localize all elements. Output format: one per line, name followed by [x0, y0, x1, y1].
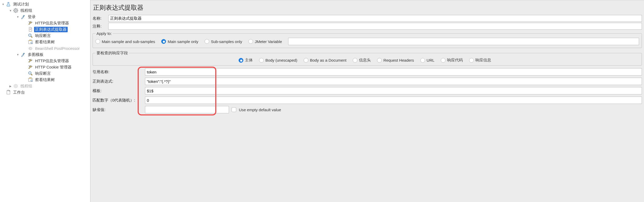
tree-toggle[interactable]: ▼ [16, 53, 20, 56]
radio-label: 响应信息 [475, 58, 491, 63]
main-panel: 正则表达式提取器 名称: 注释: Apply to: Main sample a… [90, 0, 644, 202]
svg-rect-0 [8, 2, 9, 2]
page-title: 正则表达式提取器 [93, 2, 642, 15]
tree-label: 察看结果树 [34, 77, 56, 83]
ref-name-row: 引用名称: [93, 68, 642, 76]
match-no-input[interactable] [145, 97, 642, 104]
svg-point-28 [15, 86, 17, 87]
apply-to-group: Apply to: Main sample and sub-samples Ma… [93, 31, 642, 48]
tree-node-http-header-mgr[interactable]: HTTP信息头管理器 [1, 20, 90, 26]
flask-icon [6, 2, 11, 7]
radio-body-doc[interactable]: Body as a Document [304, 58, 346, 63]
match-no-row: 匹配数字（0代表随机）: [93, 97, 642, 104]
radio-label: URL [427, 58, 434, 62]
svg-line-15 [31, 36, 32, 38]
tree-toggle[interactable]: ▼ [1, 3, 5, 6]
radio-jmeter-variable[interactable]: JMeter Variable [248, 39, 282, 44]
svg-point-22 [29, 72, 31, 74]
gear-disabled-icon [13, 83, 18, 89]
tree-node-http-header-mgr-2[interactable]: HTTP信息头管理器 [1, 58, 90, 64]
radio-icon [420, 58, 425, 63]
tree-node-multi-template[interactable]: ▼ 多图模板 [1, 51, 90, 58]
radio-icon [95, 39, 100, 44]
tree-node-thread-group[interactable]: ▼ 线程组 [1, 7, 90, 14]
tree-label: HTTP信息头管理器 [34, 58, 70, 64]
svg-line-7 [14, 9, 15, 9]
wrench-icon [28, 65, 33, 70]
tree-node-view-results-tree-2[interactable]: 察看结果树 [1, 77, 90, 83]
radio-request-headers[interactable]: Request Headers [377, 58, 414, 63]
radio-icon [248, 39, 253, 44]
tree-node-http-cookie-mgr[interactable]: HTTP Cookie 管理器 [1, 64, 90, 70]
field-to-check-group: 要检查的响应字段 主体 Body (unescaped) Body as a D… [93, 51, 642, 66]
template-input[interactable] [145, 87, 642, 94]
tree-node-view-results-tree[interactable]: 察看结果树 [1, 39, 90, 45]
svg-point-20 [29, 48, 30, 49]
svg-point-2 [15, 10, 17, 11]
radio-icon [161, 39, 166, 44]
radio-label: Request Headers [383, 58, 414, 62]
radio-body[interactable]: 主体 [239, 58, 253, 63]
use-empty-label: Use empty default value [239, 108, 281, 112]
svg-rect-11 [23, 15, 24, 17]
radio-response-code[interactable]: 响应代码 [441, 58, 463, 63]
radio-icon [304, 58, 308, 63]
template-row: 模板: [93, 87, 642, 94]
tree-label: 察看结果树 [34, 39, 56, 45]
tree-node-login[interactable]: ▼ 登录 [1, 14, 90, 20]
tree-node-workbench[interactable]: 工作台 [1, 89, 90, 95]
default-value-row: 缺省值: Use empty default value [93, 106, 642, 113]
svg-rect-30 [8, 90, 9, 91]
radio-label: Body (unescaped) [265, 58, 297, 62]
template-label: 模板: [93, 88, 142, 93]
radio-label: Sub-samples only [211, 39, 242, 44]
radio-headers[interactable]: 信息头 [353, 58, 371, 63]
svg-point-14 [29, 34, 31, 36]
tree-node-test-plan[interactable]: ▼ 测试计划 [1, 1, 90, 7]
radio-main-and-sub[interactable]: Main sample and sub-samples [95, 39, 155, 44]
tree-node-response-assertion-2[interactable]: 响应断言 [1, 70, 90, 77]
radio-response-msg[interactable]: 响应信息 [469, 58, 491, 63]
clipboard-icon [6, 90, 11, 95]
comment-input[interactable] [108, 23, 642, 30]
regex-label: 正则表达式: [93, 79, 142, 84]
regex-input[interactable] [145, 78, 642, 85]
name-input[interactable] [108, 15, 642, 22]
tree-panel: ▼ 测试计划 ▼ 线程组 ▼ 登录 HTTP信息头管理器 正则表达式提取器 [0, 0, 90, 202]
tree-node-response-assertion[interactable]: 响应断言 [1, 33, 90, 39]
wrench-icon [28, 20, 33, 26]
tree-node-beanshell-pp[interactable]: BeanShell PostProcessor [1, 45, 90, 51]
comment-label: 注释: [93, 24, 106, 29]
tree-label: HTTP Cookie 管理器 [34, 65, 73, 70]
svg-rect-21 [23, 53, 24, 55]
tree-node-regex-extractor[interactable]: 正则表达式提取器 [1, 26, 90, 33]
tree-label: HTTP信息头管理器 [34, 20, 70, 26]
radio-sub-only[interactable]: Sub-samples only [205, 39, 242, 44]
tree-toggle[interactable]: ▶ [8, 85, 13, 88]
default-value-input[interactable] [145, 106, 229, 113]
radio-label: Main sample only [168, 39, 198, 44]
tree-label: 登录 [27, 14, 37, 20]
svg-point-19 [29, 47, 32, 50]
radio-label: 响应代码 [447, 58, 463, 63]
tree-toggle[interactable]: ▼ [16, 15, 20, 18]
radio-label: Body as a Document [310, 58, 346, 62]
match-no-label: 匹配数字（0代表随机）: [93, 98, 142, 103]
tree-node-thread-group-2[interactable]: ▶ 线程组 [1, 83, 90, 89]
radio-main-only[interactable]: Main sample only [161, 39, 198, 44]
radio-icon [441, 58, 446, 63]
jmeter-variable-input[interactable] [288, 38, 639, 45]
regex-row: 正则表达式: [93, 78, 642, 85]
tree-label: 响应断言 [34, 71, 52, 76]
comment-row: 注释: [93, 23, 642, 30]
tree-toggle[interactable]: ▼ [8, 9, 13, 12]
radio-body-unescaped[interactable]: Body (unescaped) [259, 58, 297, 63]
default-value-label: 缺省值: [93, 107, 142, 112]
radio-icon [239, 58, 243, 63]
use-empty-checkbox[interactable] [232, 107, 236, 112]
bean-icon [28, 46, 33, 51]
radio-url[interactable]: URL [420, 58, 434, 63]
radio-icon [469, 58, 474, 63]
ref-name-input[interactable] [145, 68, 642, 76]
params-area: 引用名称: 正则表达式: 模板: 匹配数字（0代表随机）: 缺省值: [93, 68, 642, 113]
